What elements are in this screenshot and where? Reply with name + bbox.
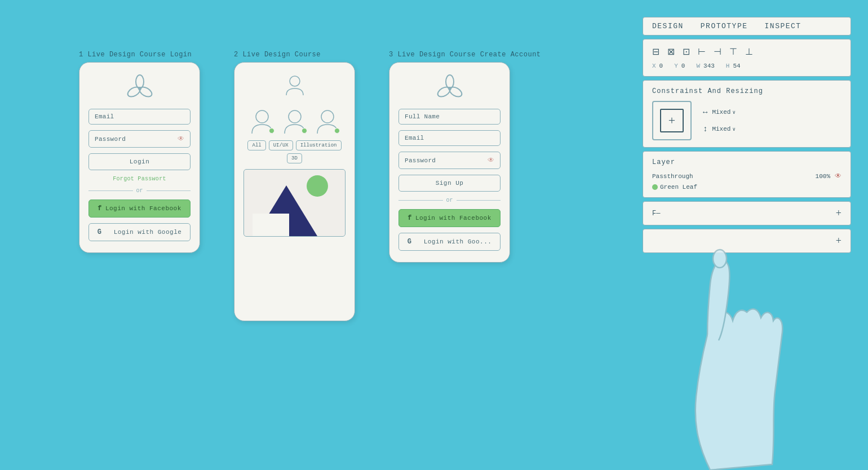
reg-facebook-button[interactable]: f Login with Facebook bbox=[398, 209, 501, 227]
password-placeholder: Password bbox=[95, 136, 126, 143]
constraint-controls: ↔ Mixed ∨ ↕ Mixed ∨ bbox=[703, 108, 736, 134]
fullname-field[interactable]: Full Name bbox=[398, 109, 501, 125]
tag-all[interactable]: All bbox=[247, 140, 265, 150]
align-center-h-icon[interactable]: ⊣ bbox=[714, 46, 721, 57]
horizontal-constraint-row: ↔ Mixed ∨ bbox=[703, 108, 736, 117]
reg-google-label: Login with Goo... bbox=[424, 238, 492, 245]
w-value[interactable]: 343 bbox=[703, 63, 715, 69]
avatar-2 bbox=[281, 108, 308, 135]
phone-1: Email Password 👁 Login Forgot Passwort o… bbox=[79, 62, 200, 253]
phones-area: 1 Live Design Course Login Email Passwor… bbox=[79, 51, 541, 321]
facebook-label: Login with Facebook bbox=[105, 205, 181, 212]
password-field[interactable]: Password 👁 bbox=[88, 130, 191, 148]
phone-3-wrapper: 3 Live Design Course Create Account Full… bbox=[389, 51, 541, 321]
phone-1-label: 1 Live Design Course Login bbox=[79, 51, 192, 59]
align-tools: ⊟ ⊠ ⊡ ⊢ ⊣ ⊤ ⊥ bbox=[652, 46, 842, 57]
fullname-placeholder: Full Name bbox=[405, 113, 440, 120]
align-left-icon[interactable]: ⊟ bbox=[652, 46, 659, 57]
x-label: X bbox=[652, 63, 656, 69]
x-item: X 0 bbox=[652, 63, 663, 69]
tag-uiux[interactable]: UI/UX bbox=[269, 140, 293, 150]
avatar-1-dot bbox=[269, 128, 274, 134]
constraint-box: + bbox=[652, 101, 692, 140]
layer-eye-icon[interactable]: 👁 bbox=[835, 172, 842, 180]
opacity-row: 100% 👁 bbox=[816, 172, 842, 180]
facebook-login-button[interactable]: f Login with Facebook bbox=[88, 199, 191, 218]
h-value[interactable]: 54 bbox=[733, 63, 740, 69]
align-right-icon[interactable]: ⊡ bbox=[683, 46, 690, 57]
fill-label: F— bbox=[652, 210, 660, 218]
align-center-v-icon[interactable]: ⊠ bbox=[667, 46, 675, 57]
distribute-icon[interactable]: ⊥ bbox=[745, 46, 753, 57]
svg-point-8 bbox=[446, 75, 454, 88]
blend-mode-row: Passthrough 100% 👁 bbox=[652, 172, 842, 180]
x-value[interactable]: 0 bbox=[659, 63, 663, 69]
tags-row: All UI/UX Illustration 3D bbox=[243, 140, 346, 163]
google-icon: G bbox=[98, 228, 102, 236]
avatar-3-dot bbox=[334, 128, 340, 134]
w-label: W bbox=[696, 63, 700, 69]
constraint-inner-box bbox=[660, 109, 684, 132]
horizontal-constraint-value[interactable]: Mixed ∨ bbox=[712, 109, 735, 116]
tab-design[interactable]: Design bbox=[652, 22, 684, 30]
circle-shape bbox=[307, 175, 328, 197]
horizontal-constraint-label: Mixed bbox=[712, 109, 730, 116]
avatar-1 bbox=[249, 108, 276, 135]
avatar-2-dot bbox=[302, 128, 307, 134]
or-divider-3: or bbox=[398, 197, 501, 203]
horizontal-arrow-icon: ↔ bbox=[703, 108, 707, 117]
y-label: Y bbox=[674, 63, 678, 69]
h-item: H 54 bbox=[726, 63, 741, 69]
tab-prototype[interactable]: Prototype bbox=[701, 22, 748, 30]
single-avatar-icon bbox=[284, 74, 306, 96]
vertical-chevron-icon: ∨ bbox=[732, 126, 735, 132]
forgot-password-link[interactable]: Forgot Passwort bbox=[113, 176, 166, 182]
reg-facebook-icon: f bbox=[408, 214, 412, 222]
reg-facebook-label: Login with Facebook bbox=[415, 215, 491, 221]
blend-mode-label[interactable]: Passthrough bbox=[652, 173, 693, 180]
tab-inspect[interactable]: Inspect bbox=[765, 22, 801, 30]
layer-section: Layer Passthrough 100% 👁 Green Leaf bbox=[643, 151, 851, 198]
vertical-constraint-value[interactable]: Mixed ∨ bbox=[712, 126, 735, 132]
phone-2-label: 2 Live Design Course bbox=[234, 51, 321, 59]
logo-icon bbox=[125, 74, 154, 103]
stroke-add-button[interactable]: + bbox=[836, 235, 842, 247]
svg-point-11 bbox=[448, 87, 451, 90]
or-divider-1: or bbox=[88, 188, 191, 194]
tag-illustration[interactable]: Illustration bbox=[296, 140, 342, 150]
reg-email-field[interactable]: Email bbox=[398, 130, 501, 146]
horizontal-chevron-icon: ∨ bbox=[732, 109, 735, 116]
tag-3d[interactable]: 3D bbox=[287, 153, 302, 163]
phone-3: Full Name Email Password 👁 Sign Up or bbox=[389, 62, 510, 263]
rect-shape bbox=[253, 214, 289, 236]
reg-password-field[interactable]: Password 👁 bbox=[398, 152, 501, 169]
inspector-panel: Design Prototype Inspect ⊟ ⊠ ⊡ ⊢ ⊣ ⊤ ⊥ X… bbox=[643, 17, 851, 256]
reg-google-button[interactable]: G Login with Goo... bbox=[398, 233, 501, 251]
signup-button[interactable]: Sign Up bbox=[398, 175, 501, 192]
align-bottom-icon[interactable]: ⊤ bbox=[729, 46, 737, 57]
svg-point-7 bbox=[321, 110, 334, 123]
fill-section: F— + bbox=[643, 201, 851, 225]
y-value[interactable]: 0 bbox=[681, 63, 685, 69]
email-placeholder: Email bbox=[95, 113, 114, 120]
login-label: Login bbox=[130, 158, 150, 165]
svg-point-5 bbox=[256, 110, 268, 123]
position-section: ⊟ ⊠ ⊡ ⊢ ⊣ ⊤ ⊥ X 0 Y 0 W 3 bbox=[643, 39, 851, 77]
reg-google-icon: G bbox=[408, 238, 412, 246]
y-item: Y 0 bbox=[674, 63, 685, 69]
green-leaf-row: Green Leaf bbox=[652, 184, 842, 190]
svg-point-3 bbox=[138, 87, 141, 90]
opacity-value[interactable]: 100% bbox=[816, 173, 830, 180]
phone-1-wrapper: 1 Live Design Course Login Email Passwor… bbox=[79, 51, 200, 321]
layer-title: Layer bbox=[652, 158, 842, 166]
tab-bar: Design Prototype Inspect bbox=[643, 17, 851, 36]
w-item: W 343 bbox=[696, 63, 714, 69]
login-button[interactable]: Login bbox=[88, 153, 191, 170]
eye-icon: 👁 bbox=[178, 135, 184, 143]
email-field[interactable]: Email bbox=[88, 109, 191, 125]
signup-label: Sign Up bbox=[436, 180, 464, 187]
reg-eye-icon: 👁 bbox=[488, 156, 494, 165]
align-top-icon[interactable]: ⊢ bbox=[698, 46, 706, 57]
fill-add-button[interactable]: + bbox=[836, 207, 842, 219]
google-login-button[interactable]: G Login with Google bbox=[88, 223, 191, 241]
